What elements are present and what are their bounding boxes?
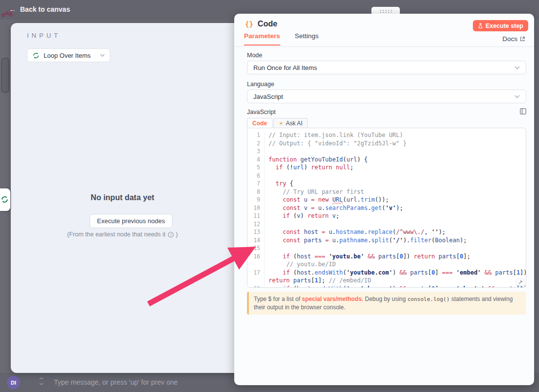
code-line: 12 (247, 220, 526, 229)
mode-select[interactable]: Run Once for All Items (247, 61, 526, 74)
editor-tab-code[interactable]: Code (247, 118, 272, 129)
execute-previous-nodes-button[interactable]: Execute previous nodes (90, 214, 172, 228)
code-line: 14 const parts = u.pathname.split('/').f… (247, 236, 526, 245)
editor-label: JavaScript (247, 109, 275, 115)
editor-hint: Type $ for a list of special vars/method… (247, 292, 526, 315)
input-panel: INPUT Loop Over Items No input data yet … (11, 23, 241, 373)
language-value: JavaScript (253, 93, 283, 100)
code-line: 13 const host = u.hostname.replace(/^www… (247, 228, 526, 236)
language-label: Language (247, 81, 274, 88)
input-source-dropdown[interactable]: Loop Over Items (27, 48, 110, 62)
code-line: 18 if (host.endsWith('youtube.com') && p… (247, 285, 526, 288)
code-line: 2// Output: { "videoId": "2gTzid5Jl-w" } (247, 139, 526, 148)
svg-text:?: ? (170, 232, 172, 237)
code-line: 11 if (v) return v; (247, 212, 526, 220)
code-line: 9 const u = new URL(url.trim()); (247, 196, 526, 204)
code-line: return parts[1]; // /embed/ID (247, 277, 526, 285)
execute-step-button[interactable]: Execute step (473, 20, 528, 31)
tab-settings[interactable]: Settings (295, 32, 319, 46)
code-line: // youtu.be/ID (247, 260, 526, 269)
code-line: 17 if (host.endsWith('youtube.com') && p… (247, 269, 526, 277)
chevron-down-icon (514, 95, 520, 98)
code-line: 1// Input: item.json.link (YouTube URL) (247, 131, 526, 139)
chat-message-input[interactable]: Type message, or press 'up' for prev one (54, 378, 178, 386)
chevron-down-icon (514, 66, 520, 69)
code-line: 15 (247, 244, 526, 253)
input-panel-title: INPUT (27, 32, 61, 39)
loop-icon (32, 52, 40, 59)
special-vars-link[interactable]: special vars/methods. (302, 296, 363, 302)
chevron-down-icon (100, 54, 105, 57)
node-title: Code (258, 20, 277, 28)
help-icon[interactable]: ? (168, 231, 174, 238)
app: ← Back to canvas DI Type message, or pre… (0, 0, 539, 392)
code-line: 8 // Try URL parser first (247, 188, 526, 196)
code-line: 10 const v = u.searchParams.get('v'); (247, 204, 526, 212)
divider (234, 46, 534, 47)
code-node-icon: {} (245, 20, 253, 28)
avatar[interactable]: DI (7, 376, 20, 389)
sparkle-icon: ✶ (279, 120, 283, 127)
language-select[interactable]: JavaScript (247, 90, 526, 103)
input-source-value: Loop Over Items (44, 52, 91, 59)
code-line: 4function getYouTubeId(url) { (247, 156, 526, 164)
back-arrow-icon: ← (9, 5, 16, 13)
mode-label: Mode (247, 52, 262, 59)
drag-dots-icon (379, 9, 392, 13)
code-editor-lines: 1// Input: item.json.link (YouTube URL)2… (247, 131, 526, 288)
external-link-icon (520, 36, 525, 42)
code-node-panel: {} Code Execute step Parameters Settings… (234, 14, 534, 385)
back-to-canvas-label: Back to canvas (20, 5, 70, 13)
back-to-canvas-button[interactable]: ← Back to canvas (9, 5, 70, 13)
mode-value: Run Once for All Items (253, 64, 317, 71)
empty-state-title: No input data yet (11, 193, 234, 202)
chat-history-arrows[interactable] (39, 377, 44, 385)
chevron-up-icon[interactable] (39, 377, 44, 380)
code-line: 6 (247, 172, 526, 180)
code-line: 5 if (!url) return null; (247, 163, 526, 172)
code-line: 16 if (host === 'youtu.be' && parts[0]) … (247, 253, 526, 261)
dimmed-canvas-node (1, 58, 9, 93)
code-line: 7 try { (247, 180, 526, 188)
docs-link[interactable]: Docs (502, 35, 525, 43)
split-editor-icon[interactable] (520, 108, 526, 115)
input-node-stub[interactable] (0, 188, 10, 211)
code-line: 3 (247, 147, 526, 156)
loop-icon (0, 195, 9, 204)
editor-tab-ask-ai[interactable]: ✶ Ask AI (273, 118, 308, 129)
empty-state-caption: (From the earliest node that needs it ? … (11, 231, 234, 238)
flask-icon (478, 23, 483, 29)
expand-icon (518, 280, 523, 285)
expand-editor-button[interactable] (516, 278, 524, 286)
chevron-down-icon[interactable] (39, 383, 44, 385)
code-editor[interactable]: 1// Input: item.json.link (YouTube URL)2… (247, 128, 526, 288)
tab-parameters[interactable]: Parameters (244, 32, 280, 46)
